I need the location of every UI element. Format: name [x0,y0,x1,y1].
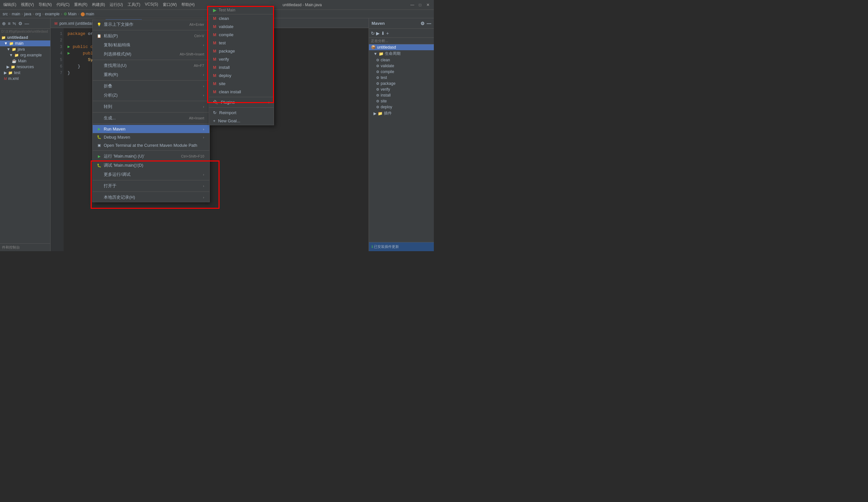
submenu-plugins[interactable]: 🔌 Plugins › [209,98,274,106]
menu-tools[interactable]: 工具(T) [127,2,140,8]
maven-refresh-btn[interactable]: ↻ [371,31,375,36]
ctx-show-context[interactable]: 💡显示上下文操作 Alt+Enter [93,20,209,29]
ctx-sep-2 [93,60,209,60]
context-menu: 💡显示上下文操作 Alt+Enter 📋粘贴(P) Ctrl+V 复制/粘贴特殊… [92,20,210,202]
maven-panel-header: Maven ⚙ — [369,18,434,29]
submenu-install[interactable]: Minstall [209,63,274,71]
sidebar-item-org-example[interactable]: ▼📁org.example [0,52,50,58]
sidebar-btn-settings[interactable]: ⚙ [18,21,22,26]
menu-run[interactable]: 运行(U) [110,2,123,8]
ctx-goto[interactable]: 转到 › [93,102,209,111]
window-title: untitledasd - Main.java [282,3,322,7]
menu-refactor[interactable]: 重构(R) [74,2,87,8]
breadcrumb-java[interactable]: java [24,12,31,16]
submenu-sep-1 [209,97,274,97]
menu-bar[interactable]: 编辑(E) 视图(V) 导航(N) 代码(C) 重构(R) 构建(B) 运行(U… [3,2,195,8]
ctx-analyze[interactable]: 分析(Z) › [93,91,209,100]
sidebar-btn-expand[interactable]: ≒ [12,21,16,26]
submenu-deploy[interactable]: Mdeploy [209,71,274,80]
ctx-sep-7 [93,150,209,151]
maven-tree-lifecycle[interactable]: ▼📁 生命周期 [369,50,434,57]
menu-build[interactable]: 构建(B) [92,2,105,8]
menu-code[interactable]: 代码(C) [56,2,70,8]
sidebar-btn-hide[interactable]: — [24,21,29,26]
submenu-test[interactable]: Mtest [209,39,274,47]
menu-window[interactable]: 窗口(W) [163,2,177,8]
maven-lifecycle-package[interactable]: ⚙package [369,81,434,86]
menu-view[interactable]: 视图(V) [21,2,34,8]
maven-lifecycle-verify[interactable]: ⚙verify [369,86,434,92]
maven-lifecycle-deploy[interactable]: ⚙deploy [369,104,434,110]
line-numbers: 1 2 3 4 5 6 7 [51,28,64,251]
sidebar-item-main[interactable]: ▼📁main [0,40,50,46]
breadcrumb-org[interactable]: org [35,12,41,16]
sidebar-item-test[interactable]: ▶📁test [0,70,50,76]
sidebar-item-pom[interactable]: Mm.xml [0,76,50,82]
ctx-debug-maven[interactable]: 🐛 Debug Maven › [93,133,209,141]
breadcrumb-main[interactable]: main [12,12,20,16]
breadcrumb-method[interactable]: ⬤main [81,12,94,16]
breadcrumb-main-class[interactable]: ⚙Main [64,12,77,16]
ctx-run-maven[interactable]: ▶ Run Maven › [93,125,209,133]
sidebar-item-main-class[interactable]: ☕Main [0,58,50,64]
sidebar-btn-sort[interactable]: ≡ [8,21,10,26]
sidebar-item-project[interactable]: 📁untitledasd [0,34,50,40]
menu-navigate[interactable]: 导航(N) [39,2,52,8]
submenu-compile[interactable]: Mcompile [209,31,274,39]
breadcrumb-src[interactable]: src [3,12,8,16]
submenu-reimport[interactable]: ↻ Reimport [209,109,274,117]
maven-lifecycle-test[interactable]: ⚙test [369,75,434,81]
maven-add-btn[interactable]: + [386,31,389,36]
sidebar-btn-scope[interactable]: ⊕ [2,21,6,26]
maven-hide-btn[interactable]: — [427,21,431,26]
ctx-open-terminal[interactable]: ▣ Open Terminal at the Current Maven Mod… [93,141,209,150]
submenu-clean-install[interactable]: Mclean install [209,88,274,96]
minimize-button[interactable]: — [410,2,415,8]
sidebar-item-java[interactable]: ▼📁java [0,46,50,52]
ctx-local-history[interactable]: 本地历史记录(H) › [93,193,209,202]
ctx-column-mode[interactable]: 列选择模式(M) Alt+Shift+Insert [93,50,209,59]
ctx-folding[interactable]: 折叠 › [93,82,209,91]
maximize-button[interactable]: □ [417,2,423,8]
ctx-sep-9 [93,192,209,192]
maven-lifecycle-site[interactable]: ⚙site [369,98,434,104]
ctx-paste[interactable]: 📋粘贴(P) Ctrl+V [93,31,209,40]
submenu-package[interactable]: Mpackage [209,47,274,55]
maven-header-buttons[interactable]: ⚙ — [421,21,431,26]
submenu-clean[interactable]: Mclean [209,14,274,22]
ctx-sep-1 [93,30,209,30]
sidebar-item-resources[interactable]: ▶📁resources [0,64,50,70]
menu-vcs[interactable]: VCS(S) [145,2,158,8]
submenu-verify[interactable]: Mverify [209,55,274,63]
menu-help[interactable]: 帮助(H) [182,2,195,8]
maven-tree-plugins[interactable]: ▶📁 插件 [369,110,434,117]
maven-tree: 📦 untitledasd ▼📁 生命周期 ⚙clean ⚙validate ⚙… [369,44,434,242]
ctx-open-in[interactable]: 打开于 › [93,181,209,191]
ctx-refactor[interactable]: 重构(R) › [93,70,209,79]
maven-settings-btn[interactable]: ⚙ [421,21,425,26]
close-button[interactable]: ✕ [425,2,431,8]
breadcrumb-example[interactable]: example [45,12,59,16]
ctx-more-run[interactable]: 更多运行/调试 › [93,170,209,179]
ctx-run-main[interactable]: ▶ 运行 'Main.main() (U)' Ctrl+Shift+F10 [93,152,209,161]
submenu-validate[interactable]: Mvalidate [209,22,274,31]
ctx-find-usages[interactable]: 查找用法(U) Alt+F7 [93,61,209,70]
maven-lifecycle-compile[interactable]: ⚙compile [369,69,434,75]
window-controls[interactable]: — □ ✕ [410,2,431,8]
menu-edit[interactable]: 编辑(E) [3,2,16,8]
submenu-title: Test Main [218,8,235,12]
submenu-site[interactable]: Msite [209,80,274,88]
ctx-generate[interactable]: 生成... Alt+Insert [93,113,209,123]
ctx-sep-3 [93,80,209,81]
maven-tree-root[interactable]: 📦 untitledasd [369,44,434,50]
maven-download-btn[interactable]: ⬇ [381,31,385,36]
maven-notification: ℹ 已安装插件更新 [369,242,434,251]
ctx-paste-special[interactable]: 复制/粘贴特殊 › [93,40,209,50]
ctx-debug-main[interactable]: 🐛 调试 'Main.main()'(D) [93,161,209,170]
maven-lifecycle-install[interactable]: ⚙install [369,92,434,98]
maven-run-btn[interactable]: ▶ [376,31,380,36]
maven-lifecycle-clean[interactable]: ⚙clean [369,57,434,63]
submenu-new-goal[interactable]: + New Goal... [209,117,274,125]
sidebar-tree: 📁untitledasd ▼📁main ▼📁java ▼📁org.example… [0,34,50,243]
maven-lifecycle-validate[interactable]: ⚙validate [369,63,434,69]
